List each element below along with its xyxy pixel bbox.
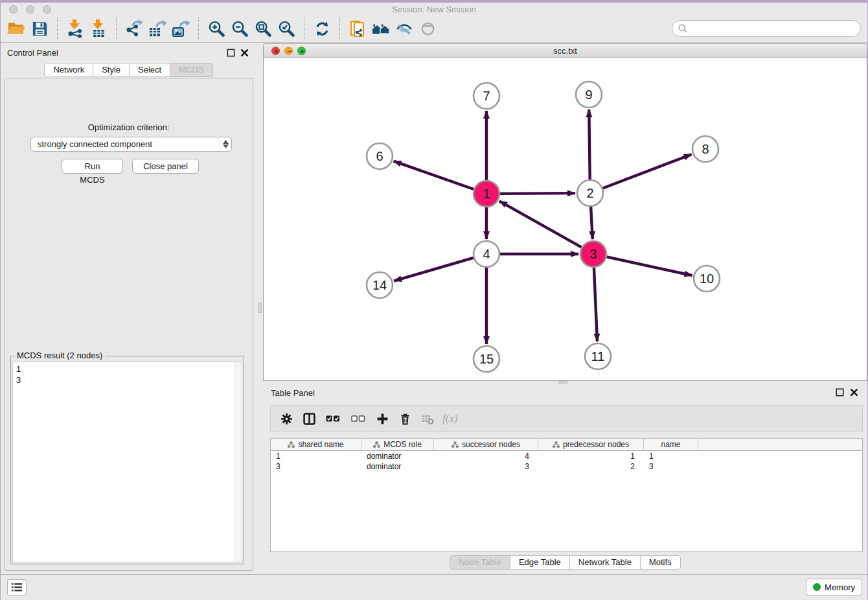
open-session-icon[interactable] xyxy=(5,16,28,41)
graph-edge-3-10[interactable] xyxy=(607,257,692,275)
divider-grip[interactable] xyxy=(258,303,262,313)
save-session-icon[interactable] xyxy=(28,16,51,41)
table-cell[interactable]: 1 xyxy=(538,451,644,461)
graph-node-1[interactable]: 1 xyxy=(474,181,499,207)
float-panel-icon[interactable] xyxy=(836,388,844,397)
tab-network-table[interactable]: Network Table xyxy=(570,555,641,570)
tab-network[interactable]: Network xyxy=(44,63,93,77)
graph-node-10[interactable]: 10 xyxy=(694,266,720,292)
result-scrollbar[interactable] xyxy=(234,362,242,562)
export-table-icon[interactable] xyxy=(146,16,169,41)
graph-edge-1-2[interactable] xyxy=(500,193,575,194)
settings-gear-icon[interactable] xyxy=(277,410,295,428)
tab-motifs[interactable]: Motifs xyxy=(641,555,681,570)
control-panel-title: Control Panel xyxy=(7,48,58,58)
table-cell[interactable]: dominator xyxy=(361,461,434,472)
home-icon[interactable] xyxy=(369,16,393,41)
control-panel-header: Control Panel xyxy=(1,46,257,60)
show-panels-eye-icon[interactable] xyxy=(416,16,439,41)
delete-column-icon[interactable] xyxy=(396,410,414,428)
graph-node-label: 14 xyxy=(372,278,387,292)
graph-node-label: 11 xyxy=(591,349,605,363)
export-image-icon[interactable] xyxy=(169,16,192,41)
tab-select[interactable]: Select xyxy=(130,63,170,77)
mcds-result-area[interactable]: 1 3 xyxy=(12,362,242,562)
task-history-button[interactable] xyxy=(7,579,27,595)
application-window: Session: New Session xyxy=(0,0,868,600)
import-network-icon[interactable] xyxy=(63,16,87,41)
graph-edge-2-8[interactable] xyxy=(603,154,692,188)
criterion-select[interactable]: strongly connected component xyxy=(30,137,232,152)
column-header-label: name xyxy=(661,440,680,449)
tab-mcds[interactable]: MCDS xyxy=(170,63,212,77)
show-columns-icon[interactable] xyxy=(300,410,318,428)
table-cell[interactable]: 3 xyxy=(271,461,361,472)
column-header-shared-name[interactable]: shared name xyxy=(271,439,361,450)
graph-node-15[interactable]: 15 xyxy=(474,346,499,372)
graph-node-8[interactable]: 8 xyxy=(692,136,718,162)
column-header-predecessor-nodes[interactable]: predecessor nodes xyxy=(538,439,644,450)
deselect-all-columns-icon[interactable] xyxy=(348,410,369,428)
optimization-criterion-label: Optimization criterion: xyxy=(5,122,253,132)
close-panel-icon[interactable] xyxy=(240,49,249,57)
table-row[interactable]: 3dominator323 xyxy=(271,461,862,472)
network-canvas[interactable]: 7968124314101511 xyxy=(264,58,867,380)
export-network-icon[interactable] xyxy=(122,16,146,41)
graph-edge-3-1[interactable] xyxy=(499,201,582,247)
graph-edge-2-3[interactable] xyxy=(591,207,593,239)
float-panel-icon[interactable] xyxy=(227,49,235,57)
search-input[interactable] xyxy=(688,22,860,35)
graph-node-label: 9 xyxy=(585,87,592,102)
vertical-split-divider[interactable] xyxy=(257,43,263,574)
zoom-in-icon[interactable] xyxy=(205,16,228,41)
column-header-label: successor nodes xyxy=(462,440,520,449)
zoom-fit-icon[interactable] xyxy=(251,16,275,41)
column-header-label: shared name xyxy=(298,440,343,449)
network-graph[interactable]: 7968124314101511 xyxy=(264,58,867,380)
import-table-icon[interactable] xyxy=(87,16,110,41)
table-row[interactable]: 1dominator411 xyxy=(271,451,862,461)
tab-style[interactable]: Style xyxy=(93,63,130,77)
table-cell[interactable]: 1 xyxy=(271,451,361,461)
delete-table-icon xyxy=(418,410,437,428)
add-column-icon[interactable] xyxy=(373,410,391,428)
table-cell[interactable]: 2 xyxy=(538,461,644,472)
graph-node-7[interactable]: 7 xyxy=(474,83,499,109)
column-header-MCDS-role[interactable]: MCDS role xyxy=(361,439,434,450)
table-cell[interactable]: 3 xyxy=(434,461,538,472)
graph-edge-1-6[interactable] xyxy=(394,161,474,189)
hide-panels-eye-icon[interactable] xyxy=(393,16,416,41)
close-panel-button[interactable]: Close panel xyxy=(132,159,199,174)
graph-edge-2-9[interactable] xyxy=(589,110,589,179)
column-header-successor-nodes[interactable]: successor nodes xyxy=(434,439,538,450)
graph-node-label: 3 xyxy=(589,247,597,261)
table-cell[interactable]: 4 xyxy=(434,451,538,461)
select-all-columns-icon[interactable] xyxy=(323,410,343,428)
refresh-view-icon[interactable] xyxy=(310,16,334,41)
graph-node-14[interactable]: 14 xyxy=(367,272,393,298)
network-from-file-icon[interactable] xyxy=(346,16,369,41)
graph-node-6[interactable]: 6 xyxy=(367,143,393,169)
table-cell[interactable]: 1 xyxy=(644,451,698,461)
graph-node-3[interactable]: 3 xyxy=(580,241,606,267)
graph-edge-3-11[interactable] xyxy=(594,268,597,341)
tree-icon xyxy=(451,441,459,448)
graph-edge-4-14[interactable] xyxy=(394,258,474,281)
run-mcds-button[interactable]: Run MCDS xyxy=(62,159,123,174)
tab-node-table[interactable]: Node Table xyxy=(450,555,510,570)
zoom-out-icon[interactable] xyxy=(228,16,251,41)
tab-edge-table[interactable]: Edge Table xyxy=(510,555,570,570)
close-panel-icon[interactable] xyxy=(850,388,858,397)
column-header-name[interactable]: name xyxy=(644,439,698,450)
mcds-result-text: 1 3 xyxy=(13,362,234,562)
table-cell[interactable]: dominator xyxy=(361,451,434,461)
table-cell[interactable]: 3 xyxy=(644,461,698,472)
graph-node-2[interactable]: 2 xyxy=(577,180,603,206)
control-panel-tabs: NetworkStyleSelectMCDS xyxy=(1,63,257,77)
graph-node-4[interactable]: 4 xyxy=(474,241,499,267)
memory-button[interactable]: Memory xyxy=(806,579,862,595)
zoom-selected-icon[interactable] xyxy=(275,16,298,41)
header-filler xyxy=(698,439,862,450)
graph-node-9[interactable]: 9 xyxy=(576,82,602,108)
graph-node-11[interactable]: 11 xyxy=(585,343,611,369)
